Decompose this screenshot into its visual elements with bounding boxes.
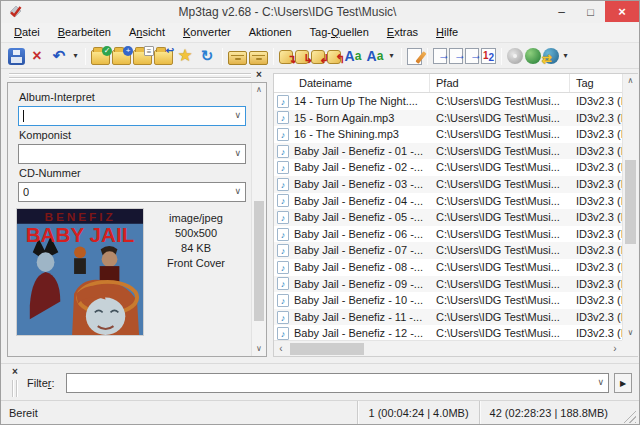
menu-item-bearbeiten[interactable]: Bearbeiten — [49, 23, 120, 42]
convert-tag-filename-icon[interactable]: → — [433, 48, 447, 64]
menu-item-hilfe[interactable]: Hilfe — [427, 23, 467, 42]
undo-icon[interactable]: ↶ — [49, 46, 69, 66]
column-header-dateiname[interactable]: Dateiname — [274, 74, 430, 92]
parent-directory-icon[interactable]: ↩ — [154, 50, 173, 65]
table-row[interactable]: ♪Baby Jail - Benefiz - 03 -...C:\Users\I… — [274, 176, 622, 193]
close-button[interactable]: × — [605, 1, 639, 22]
chevron-down-icon[interactable]: ∨ — [234, 110, 241, 120]
scrollbar-thumb[interactable] — [625, 160, 636, 244]
undo-dropdown-caret[interactable]: ▾ — [71, 46, 80, 66]
menu-item-extras[interactable]: Extras — [378, 23, 427, 42]
open-folder-icon[interactable]: ≡ — [133, 50, 152, 65]
titlebar: Mp3tag v2.68 - C:\Users\IDG Test\Music\ … — [1, 1, 639, 23]
music-note-icon: ♪ — [277, 161, 289, 174]
disc-number-combobox[interactable]: 0 ∨ — [18, 182, 246, 202]
tag-panel-scrollbar[interactable]: ∧ ∨ — [251, 83, 266, 356]
artwork-dimensions: 500x500 — [144, 226, 248, 241]
case-conversion-icon[interactable]: Aa — [343, 46, 363, 66]
menu-item-aktionen[interactable]: Aktionen — [240, 23, 301, 42]
chevron-down-icon[interactable]: ∨ — [234, 148, 241, 158]
scroll-right-icon[interactable]: › — [608, 341, 622, 356]
table-row[interactable]: ♪Baby Jail - Benefiz - 04 -...C:\Users\I… — [274, 193, 622, 210]
tag-copy-icon[interactable]: ↳ — [295, 50, 309, 64]
album-cover[interactable]: BENEFIZ — [16, 208, 144, 336]
file-name-cell: ♪Baby Jail - Benefiz - 10 -... — [274, 292, 430, 309]
table-row[interactable]: ♪Baby Jail - Benefiz - 10 -...C:\Users\I… — [274, 292, 622, 309]
filter-grip[interactable] — [12, 380, 17, 397]
freedb-icon[interactable]: ⇄ — [543, 48, 559, 64]
table-row[interactable]: ♪Baby Jail - Benefiz - 01 -...C:\Users\I… — [274, 143, 622, 160]
table-row[interactable]: ♪Baby Jail - Benefiz - 06 -...C:\Users\I… — [274, 226, 622, 243]
table-row[interactable]: ♪Baby Jail - Benefiz - 08 -...C:\Users\I… — [274, 259, 622, 276]
music-note-icon: ♪ — [277, 128, 289, 141]
table-row[interactable]: ♪Baby Jail - Benefiz - 11 -...C:\Users\I… — [274, 309, 622, 326]
column-header-tag[interactable]: Tag — [570, 74, 622, 92]
menu-item-ansicht[interactable]: Ansicht — [120, 23, 174, 42]
minimize-button[interactable]: – — [547, 1, 576, 22]
scroll-up-icon[interactable]: ∧ — [623, 74, 638, 88]
chevron-down-icon[interactable]: ∨ — [234, 186, 241, 196]
table-row[interactable]: ♪Baby Jail - Benefiz - 07 -...C:\Users\I… — [274, 242, 622, 259]
autonumbering-wizard-icon[interactable]: 12 — [481, 48, 496, 64]
toolbar-separator — [85, 48, 86, 65]
table-row[interactable]: ♪Baby Jail - Benefiz - 12 -...C:\Users\I… — [274, 325, 622, 340]
cd-icon[interactable] — [507, 48, 523, 64]
convert-filename-filename-icon[interactable]: → — [465, 48, 479, 64]
scroll-down-icon[interactable]: ∨ — [252, 342, 266, 356]
add-directory-icon[interactable]: + — [112, 50, 131, 65]
table-row[interactable]: ♪14 - Turn Up The Night....C:\Users\IDG … — [274, 93, 622, 110]
tag-paste-icon[interactable]: ↲ — [311, 50, 325, 64]
scrollbar-thumb[interactable] — [290, 343, 364, 355]
file-path-cell: C:\Users\IDG Test\Musi... — [430, 143, 570, 160]
actions-dropdown-caret[interactable]: ▾ — [387, 46, 396, 66]
remove-tag-icon[interactable]: × — [27, 46, 47, 66]
file-tag-cell: ID3v2.3 (ID3v2.3) — [570, 93, 622, 110]
maximize-button[interactable]: □ — [576, 1, 605, 22]
tag-panel-close-icon[interactable]: × — [253, 69, 265, 81]
actions-icon[interactable]: Aa — [365, 46, 385, 66]
menu-item-datei[interactable]: Datei — [5, 23, 49, 42]
playlist-icon[interactable] — [228, 51, 247, 65]
chevron-down-icon[interactable]: ∨ — [597, 377, 604, 387]
refresh-icon[interactable]: ↻ — [197, 46, 217, 66]
status-selection-info: 1 (00:04:24 | 4.0MB) — [357, 401, 478, 425]
tag-remove-icon[interactable]: ↰ — [327, 50, 341, 64]
menu-item-konverter[interactable]: Konverter — [174, 23, 240, 42]
filter-input[interactable]: ∨ — [66, 373, 609, 393]
file-path-cell: C:\Users\IDG Test\Musi... — [430, 292, 570, 309]
file-name-cell: ♪Baby Jail - Benefiz - 11 -... — [274, 309, 430, 326]
websource-icon[interactable] — [525, 48, 541, 64]
convert-filename-tag-icon[interactable]: → — [449, 48, 463, 64]
change-directory-icon[interactable]: ✓ — [91, 50, 110, 65]
scrollbar-thumb[interactable] — [254, 201, 264, 321]
file-list-horizontal-scrollbar[interactable]: ‹ › — [274, 340, 622, 356]
music-note-icon: ♪ — [277, 111, 289, 124]
tag-panel-grip[interactable] — [9, 73, 251, 78]
table-row[interactable]: ♪Baby Jail - Benefiz - 09 -...C:\Users\I… — [274, 276, 622, 293]
table-row[interactable]: ♪16 - The Shining.mp3C:\Users\IDG Test\M… — [274, 126, 622, 143]
table-row[interactable]: ♪Baby Jail - Benefiz - 02 -...C:\Users\I… — [274, 159, 622, 176]
scroll-down-icon[interactable]: ∨ — [623, 326, 638, 340]
favorite-directories-icon[interactable]: ★ — [175, 46, 195, 66]
save-tag-icon[interactable] — [8, 48, 25, 65]
table-row[interactable]: ♪15 - Born Again.mp3C:\Users\IDG Test\Mu… — [274, 110, 622, 127]
music-note-icon: ♪ — [277, 277, 289, 290]
tag-cut-icon[interactable]: ↴ — [279, 50, 293, 64]
column-header-pfad[interactable]: Pfad — [430, 74, 570, 92]
scroll-left-icon[interactable]: ‹ — [274, 341, 288, 356]
menu-item-tag-quellen[interactable]: Tag-Quellen — [301, 23, 378, 42]
resize-grip[interactable] — [622, 409, 636, 423]
edit-tag-icon[interactable] — [407, 48, 422, 65]
artwork-mime: image/jpeg — [144, 211, 248, 226]
album-artist-combobox[interactable]: ∨ — [18, 106, 246, 126]
table-row[interactable]: ♪Baby Jail - Benefiz - 05 -...C:\Users\I… — [274, 209, 622, 226]
composer-combobox[interactable]: ∨ — [18, 144, 246, 164]
filter-apply-button[interactable]: ▶ — [614, 373, 632, 393]
file-path-cell: C:\Users\IDG Test\Musi... — [430, 325, 570, 340]
playlist-all-icon[interactable] — [249, 51, 268, 65]
filter-close-icon[interactable]: × — [10, 367, 20, 377]
toolbar-separator — [427, 48, 428, 65]
scroll-up-icon[interactable]: ∧ — [252, 83, 266, 97]
websource-dropdown-caret[interactable]: ▾ — [561, 46, 570, 66]
file-list-vertical-scrollbar[interactable]: ∧ ∨ — [622, 74, 638, 340]
